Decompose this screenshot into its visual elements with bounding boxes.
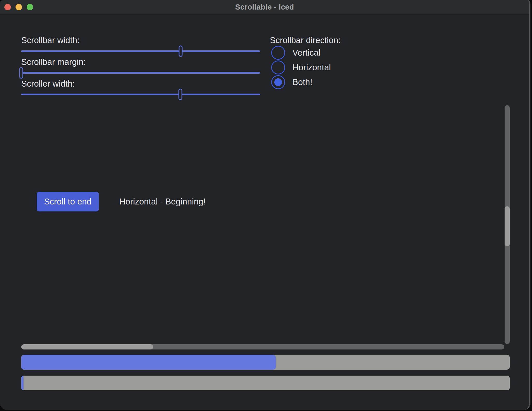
horizontal-scrollbar-thumb[interactable] bbox=[21, 344, 153, 349]
app-window: Scrollable - Iced Scrollbar width: Scrol… bbox=[0, 0, 530, 410]
scroller-width-label: Scroller width: bbox=[21, 79, 75, 88]
vertical-scrollbar-rail[interactable] bbox=[505, 105, 510, 344]
radio-both-label: Both! bbox=[292, 77, 312, 87]
scroller-width-slider[interactable] bbox=[21, 88, 260, 100]
scroll-to-end-button[interactable]: Scroll to end bbox=[37, 192, 99, 211]
slider-track[interactable] bbox=[21, 50, 260, 52]
radio-dot-icon bbox=[274, 78, 282, 86]
radio-circle-icon[interactable] bbox=[271, 60, 285, 74]
minimize-button[interactable] bbox=[16, 4, 22, 10]
vertical-progress-bar bbox=[21, 376, 510, 390]
scroll-status-text: Horizontal - Beginning! bbox=[119, 192, 206, 211]
radio-circle-icon[interactable] bbox=[271, 46, 285, 60]
radio-both[interactable]: Both! bbox=[271, 75, 312, 89]
scrollbar-margin-slider[interactable] bbox=[21, 67, 260, 79]
horizontal-progress-bar bbox=[21, 355, 510, 370]
slider-handle[interactable] bbox=[179, 45, 182, 57]
radio-circle-icon[interactable] bbox=[271, 75, 285, 89]
progress-fill bbox=[21, 355, 276, 370]
slider-track[interactable] bbox=[21, 94, 260, 95]
scrollbar-width-label: Scrollbar width: bbox=[21, 36, 80, 45]
progress-fill bbox=[21, 376, 24, 390]
window-title: Scrollable - Iced bbox=[235, 3, 294, 11]
traffic-lights bbox=[4, 4, 33, 10]
slider-handle[interactable] bbox=[19, 67, 23, 79]
radio-vertical[interactable]: Vertical bbox=[271, 45, 320, 60]
radio-horizontal[interactable]: Horizontal bbox=[271, 60, 331, 75]
close-button[interactable] bbox=[4, 4, 11, 10]
maximize-button[interactable] bbox=[27, 4, 33, 10]
scrollbar-direction-label: Scrollbar direction: bbox=[270, 36, 341, 45]
radio-horizontal-label: Horizontal bbox=[292, 63, 331, 72]
vertical-scrollbar-thumb[interactable] bbox=[505, 206, 510, 246]
radio-vertical-label: Vertical bbox=[292, 48, 320, 58]
scrollbar-width-slider[interactable] bbox=[21, 45, 260, 57]
slider-track[interactable] bbox=[21, 72, 260, 74]
scrollbar-margin-label: Scrollbar margin: bbox=[21, 57, 86, 67]
titlebar: Scrollable - Iced bbox=[0, 0, 529, 14]
slider-handle[interactable] bbox=[178, 89, 182, 100]
horizontal-scrollbar-rail[interactable] bbox=[21, 344, 504, 349]
